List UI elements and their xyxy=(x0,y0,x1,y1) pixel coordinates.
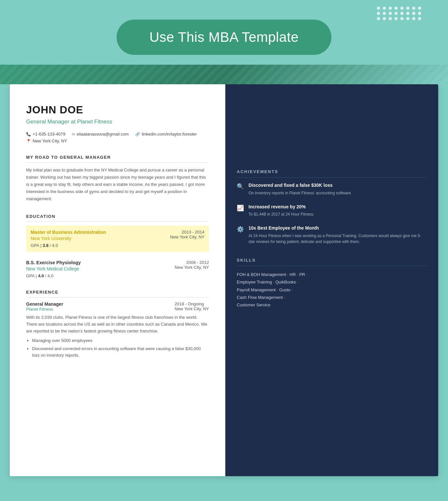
phone-text: +1-635-133-4079 xyxy=(33,132,65,137)
edu-right-mba: 2013 - 2014 New York City, NY xyxy=(170,230,204,239)
experience-heading: EXPERIENCE xyxy=(26,290,209,298)
location-icon: 📍 xyxy=(26,139,31,143)
edu-location-bs: New York City, NY xyxy=(175,265,209,270)
edu-gpa-bs: GPA | 4.0 / 4.0 xyxy=(26,273,209,278)
resume-wrapper: JOHN DOE General Manager at Planet Fitne… xyxy=(10,84,438,476)
skill-line-1: Employee Training · QuikBooks · xyxy=(237,280,298,284)
achievement-content-0: Discovered and fixed a false $30K loss O… xyxy=(248,182,352,196)
achievement-title-2: 10x Best Employee of the Month xyxy=(248,225,427,232)
achievement-2: ⚙️ 10x Best Employee of the Month At 24 … xyxy=(237,225,427,245)
skill-line-3: Cash Flow Management · xyxy=(237,295,285,300)
contact-linkedin: 🔗 linkedin.com/in/taylor.forester xyxy=(135,132,197,137)
exp-entry-0: General Manager Planet Fitness 2018 - On… xyxy=(26,301,209,359)
achievement-1: 📈 Increased revenue by 20% To $1.44B in … xyxy=(237,204,427,218)
achievement-desc-1: To $1.44B in 2017 at 24 Hour Fitness. xyxy=(248,211,314,217)
edu-top-row-mba: Master of Business Administration New Yo… xyxy=(31,230,204,241)
exp-desc-0: With its 2,039 clubs, Planet Fitness is … xyxy=(26,314,209,334)
contact-location: 📍 New York City, NY xyxy=(26,138,67,143)
resume-name: JOHN DOE xyxy=(26,104,209,116)
experience-section: EXPERIENCE General Manager Planet Fitnes… xyxy=(26,290,209,359)
location-text: New York City, NY xyxy=(33,138,67,143)
edu-gpa-score-bs: 4.0 xyxy=(38,273,44,278)
exp-top-row-0: General Manager Planet Fitness 2018 - On… xyxy=(26,301,209,312)
skills-text: FOH & BOH Management · HR · PR · Employe… xyxy=(237,271,427,309)
achievement-title-0: Discovered and fixed a false $30K loss xyxy=(248,182,352,189)
contact-phone: 📞 +1-635-133-4079 xyxy=(26,132,65,137)
skill-line-2: Payroll Management · Gusto · xyxy=(237,287,293,292)
edu-entry-bs: B.S. Exercise Physiology New York Medica… xyxy=(26,260,209,278)
achievement-title-1: Increased revenue by 20% xyxy=(248,204,314,210)
email-text: eliaatanassova@gmail.com xyxy=(77,132,129,137)
summary-heading: MY ROAD TO GENERAL MANAGER xyxy=(26,155,209,163)
edu-gpa-total-mba: 4.0 xyxy=(52,243,58,248)
exp-right-0: 2018 - Ongoing New York City, NY xyxy=(175,301,209,312)
skill-line-4: Customer Service xyxy=(237,302,270,307)
edu-gpa-total-bs: 4.0 xyxy=(47,273,53,278)
edu-right-bs: 2008 - 2012 New York City, NY xyxy=(175,260,209,270)
sidebar-top-spacer xyxy=(237,97,427,169)
edu-school-mba: New York University xyxy=(31,236,106,241)
exp-bullet-0-1: Discovered and corrected errors in accou… xyxy=(32,346,209,359)
summary-section: MY ROAD TO GENERAL MANAGER My initial pl… xyxy=(26,155,209,202)
linkedin-text: linkedin.com/in/taylor.forester xyxy=(142,132,197,137)
achievement-content-2: 10x Best Employee of the Month At 24 Hou… xyxy=(248,225,427,245)
exp-left-0: General Manager Planet Fitness xyxy=(26,301,63,312)
education-heading: EDUCATION xyxy=(26,214,209,222)
achievements-heading: ACHIEVEMENTS xyxy=(237,169,427,178)
trending-up-icon: 📈 xyxy=(237,204,244,212)
skill-line-0: FOH & BOH Management · HR · PR · xyxy=(237,272,308,277)
skills-heading: SKILLS xyxy=(237,258,427,266)
use-template-button[interactable]: Use This MBA Template xyxy=(117,20,331,55)
education-section: EDUCATION Master of Business Administrat… xyxy=(26,214,209,278)
left-panel: JOHN DOE General Manager at Planet Fitne… xyxy=(10,84,225,476)
resume-title: General Manager at Planet Fitness xyxy=(26,119,209,125)
achievement-content-1: Increased revenue by 20% To $1.44B in 20… xyxy=(248,204,314,218)
contact-info: 📞 +1-635-133-4079 ✉ eliaatanassova@gmail… xyxy=(26,132,209,143)
edu-gpa-mba: GPA | 3.8 / 4.0 xyxy=(31,243,204,248)
search-icon: 🔍 xyxy=(237,183,244,190)
right-panel: ACHIEVEMENTS 🔍 Discovered and fixed a fa… xyxy=(225,84,438,476)
edu-years-mba: 2013 - 2014 xyxy=(170,230,204,234)
exp-location-0: New York City, NY xyxy=(175,306,209,311)
summary-text: My initial plan was to graduate from the… xyxy=(26,167,209,202)
edu-degree-label-bs: B.S. Exercise Physiology xyxy=(26,260,81,265)
edu-degree-mba: Master of Business Administration New Yo… xyxy=(31,230,106,241)
edu-top-row-bs: B.S. Exercise Physiology New York Medica… xyxy=(26,260,209,271)
award-icon: ⚙️ xyxy=(237,226,244,233)
achievement-desc-2: At 24 Hour Fitness when I was working as… xyxy=(248,233,427,245)
achievement-desc-0: On inventory reports in Planet Fitness' … xyxy=(248,190,352,196)
edu-years-bs: 2008 - 2012 xyxy=(175,260,209,265)
phone-icon: 📞 xyxy=(26,132,31,137)
edu-gpa-score-mba: 3.8 xyxy=(42,243,48,248)
exp-years-0: 2018 - Ongoing xyxy=(175,301,209,306)
skills-section: SKILLS FOH & BOH Management · HR · PR · … xyxy=(237,258,427,309)
edu-entry-mba: Master of Business Administration New Yo… xyxy=(26,226,209,252)
wave-strip xyxy=(0,65,448,84)
email-icon: ✉ xyxy=(72,132,75,137)
edu-school-bs: New York Medical College xyxy=(26,266,81,271)
exp-bullets-0: Managing over 5000 employees Discovered … xyxy=(26,337,209,359)
dots-decoration xyxy=(377,7,422,20)
link-icon: 🔗 xyxy=(135,132,140,137)
achievement-0: 🔍 Discovered and fixed a false $30K loss… xyxy=(237,182,427,196)
achievements-section: ACHIEVEMENTS 🔍 Discovered and fixed a fa… xyxy=(237,169,427,245)
header: Use This MBA Template xyxy=(0,0,448,65)
edu-degree-bs: B.S. Exercise Physiology New York Medica… xyxy=(26,260,81,271)
edu-degree-label-mba: Master of Business Administration xyxy=(31,230,106,235)
exp-bullet-0-0: Managing over 5000 employees xyxy=(32,337,209,344)
contact-email: ✉ eliaatanassova@gmail.com xyxy=(72,132,129,137)
exp-company-0: Planet Fitness xyxy=(26,307,63,312)
exp-title-0: General Manager xyxy=(26,301,63,307)
edu-location-mba: New York City, NY xyxy=(170,234,204,239)
